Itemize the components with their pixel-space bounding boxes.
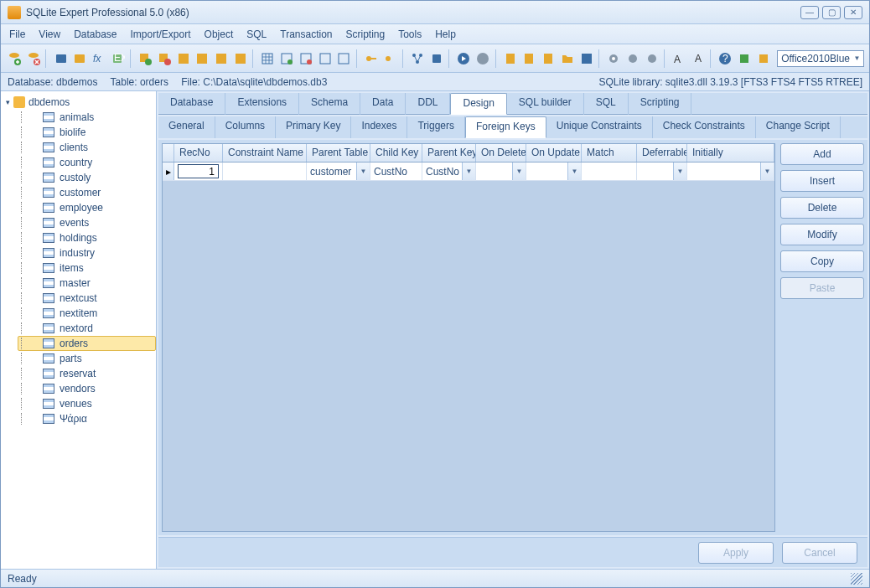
subtab-indexes[interactable]: Indexes — [351, 116, 407, 138]
dropdown-icon[interactable]: ▼ — [512, 162, 526, 180]
tree-item-industry[interactable]: industry — [18, 245, 156, 260]
cell-on-delete[interactable]: ▼ — [476, 162, 526, 180]
tab-sql[interactable]: SQL — [584, 93, 629, 115]
menu-database[interactable]: Database — [74, 28, 117, 40]
copy-button[interactable]: Copy — [780, 250, 864, 272]
dropdown-icon[interactable]: ▼ — [760, 162, 774, 180]
tree-item-clients[interactable]: clients — [18, 140, 156, 155]
key-icon-2[interactable] — [381, 49, 399, 68]
close-button[interactable]: ✕ — [844, 6, 862, 19]
menu-transaction[interactable]: Transaction — [280, 28, 332, 40]
col-header-initially[interactable]: Initially — [687, 144, 774, 162]
insert-button[interactable]: Insert — [780, 170, 864, 192]
gear-icon[interactable] — [605, 49, 623, 68]
cancel-button[interactable]: Cancel — [782, 542, 857, 564]
toolbar-icon-6[interactable] — [232, 49, 250, 68]
grid-icon-5[interactable] — [335, 49, 353, 68]
script-icon-3[interactable] — [540, 49, 557, 68]
tree-item-vendors[interactable]: vendors — [18, 381, 156, 396]
delete-button[interactable]: Delete — [780, 197, 864, 219]
save-icon[interactable] — [577, 49, 595, 68]
tree-item-master[interactable]: master — [18, 276, 156, 291]
tree-item-items[interactable]: items — [18, 260, 156, 276]
grid-icon-1[interactable] — [259, 49, 277, 68]
cell-on-update[interactable]: ▼ — [526, 162, 582, 180]
add-button[interactable]: Add — [780, 143, 864, 165]
dropdown-icon[interactable]: ▼ — [462, 162, 475, 180]
folder-icon[interactable] — [558, 49, 576, 68]
tree-item-employee[interactable]: employee — [18, 200, 156, 215]
menu-view[interactable]: View — [39, 28, 60, 40]
subtab-unique-constraints[interactable]: Unique Constraints — [546, 116, 653, 138]
stop-icon[interactable] — [474, 49, 492, 68]
cell-initially[interactable]: ▼ — [687, 162, 774, 180]
cell-deferrable[interactable]: ▼ — [637, 162, 687, 180]
col-header-constraint-name[interactable]: Constraint Name — [223, 144, 307, 162]
tree-item-parts[interactable]: parts — [18, 351, 156, 366]
db-add-icon[interactable] — [6, 49, 23, 68]
table-row[interactable]: ▸ customer▼ CustNo CustNo▼ ▼ ▼ ▼ ▼ — [163, 162, 774, 181]
script-icon-2[interactable] — [520, 49, 538, 68]
exit-icon[interactable]: EXIT — [109, 49, 127, 68]
subtab-foreign-keys[interactable]: Foreign Keys — [465, 116, 546, 138]
menu-help[interactable]: Help — [435, 28, 456, 40]
cell-parent-table[interactable]: customer▼ — [307, 162, 370, 180]
cell-match[interactable] — [582, 162, 637, 180]
toolbar-icon-1[interactable] — [52, 49, 70, 68]
subtab-change-script[interactable]: Change Script — [756, 116, 841, 138]
gear-icon-3[interactable] — [643, 49, 660, 68]
recno-input[interactable] — [178, 164, 219, 178]
dropdown-icon[interactable]: ▼ — [567, 162, 581, 180]
tree-item-biolife[interactable]: biolife — [18, 125, 156, 140]
cell-parent-key[interactable]: CustNo▼ — [422, 162, 476, 180]
col-header-child-key[interactable]: Child Key — [370, 144, 422, 162]
tab-data[interactable]: Data — [360, 93, 406, 115]
grid-icon-3[interactable] — [298, 49, 315, 68]
col-header-parent-key[interactable]: Parent Key — [422, 144, 476, 162]
tree-item-animals[interactable]: animals — [18, 110, 156, 125]
table-delete-icon[interactable] — [156, 49, 173, 68]
tree-icon-2[interactable] — [428, 49, 446, 68]
col-header-parent-table[interactable]: Parent Table — [307, 144, 370, 162]
minimize-button[interactable]: — — [800, 6, 819, 19]
subtab-general[interactable]: General — [158, 116, 215, 138]
tree-item-custoly[interactable]: custoly — [18, 170, 156, 185]
font-small-icon[interactable]: A — [689, 49, 707, 68]
cell-child-key[interactable]: CustNo — [370, 162, 422, 180]
grid-icon-2[interactable] — [278, 49, 296, 68]
collapse-icon[interactable]: ▾ — [6, 98, 10, 106]
db-remove-icon[interactable] — [25, 49, 43, 68]
col-header-on-delete[interactable]: On Delete — [476, 144, 526, 162]
tab-design[interactable]: Design — [450, 93, 506, 115]
toolbar-icon-3[interactable] — [174, 49, 192, 68]
toolbar-icon-4[interactable] — [194, 49, 211, 68]
dropdown-icon[interactable]: ▼ — [673, 162, 686, 180]
tree-item-nextord[interactable]: nextord — [18, 321, 156, 336]
toolbar-fx-icon[interactable]: fx — [91, 49, 108, 68]
font-large-icon[interactable]: A — [671, 49, 688, 68]
col-header-deferrable[interactable]: Deferrable — [637, 144, 687, 162]
menu-importexport[interactable]: Import/Export — [131, 28, 191, 40]
tree-item-orders[interactable]: orders — [18, 336, 156, 351]
tree-item-nextitem[interactable]: nextitem — [18, 306, 156, 321]
row-header-blank[interactable] — [163, 144, 174, 162]
subtab-triggers[interactable]: Triggers — [407, 116, 465, 138]
subtab-check-constraints[interactable]: Check Constraints — [653, 116, 756, 138]
tree-item-nextcust[interactable]: nextcust — [18, 291, 156, 306]
table-add-icon[interactable] — [137, 49, 154, 68]
menu-file[interactable]: File — [9, 28, 25, 40]
col-header-match[interactable]: Match — [582, 144, 637, 162]
toolbar-icon-5[interactable] — [213, 49, 230, 68]
apply-button[interactable]: Apply — [698, 542, 774, 564]
tree-item-reservat[interactable]: reservat — [18, 366, 156, 381]
dropdown-icon[interactable]: ▼ — [356, 162, 370, 180]
tree-root[interactable]: ▾ dbdemos — [1, 95, 156, 110]
menu-object[interactable]: Object — [205, 28, 234, 40]
toolbar-icon-2[interactable] — [71, 49, 89, 68]
cell-constraint[interactable] — [223, 162, 307, 180]
tab-database[interactable]: Database — [158, 93, 225, 115]
tab-scripting[interactable]: Scripting — [629, 93, 692, 115]
subtab-columns[interactable]: Columns — [215, 116, 276, 138]
subtab-primary-key[interactable]: Primary Key — [276, 116, 351, 138]
menu-scripting[interactable]: Scripting — [346, 28, 386, 40]
